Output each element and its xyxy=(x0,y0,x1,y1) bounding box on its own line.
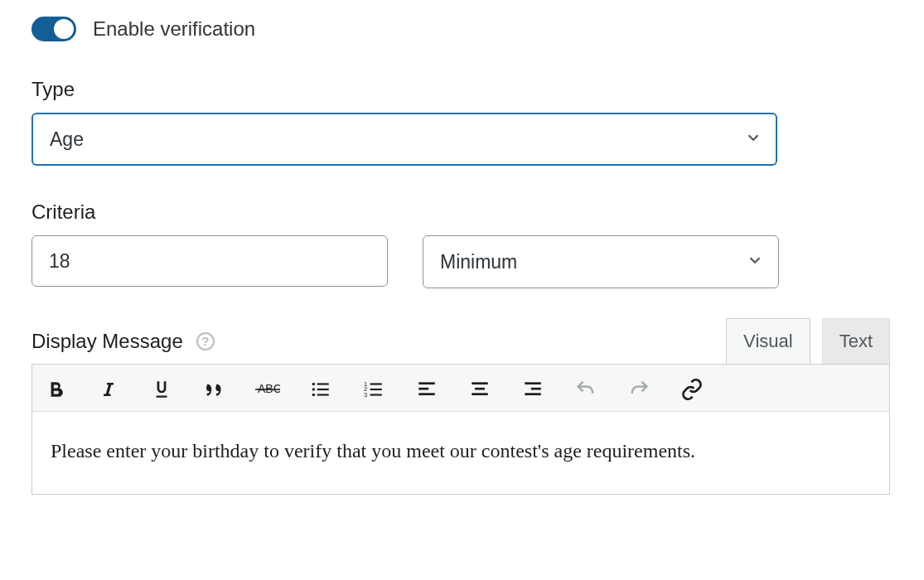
bulleted-list-icon[interactable] xyxy=(306,375,336,404)
svg-rect-11 xyxy=(370,383,382,384)
editor-content[interactable]: Please enter your birthday to verify tha… xyxy=(31,412,890,495)
bold-icon[interactable] xyxy=(41,375,70,404)
svg-point-4 xyxy=(312,394,315,396)
svg-rect-13 xyxy=(370,394,382,395)
svg-rect-21 xyxy=(531,388,541,390)
align-center-icon[interactable] xyxy=(465,375,495,404)
svg-rect-14 xyxy=(418,382,435,384)
svg-rect-18 xyxy=(475,388,485,390)
type-select[interactable]: Age xyxy=(31,113,777,166)
underline-icon[interactable] xyxy=(147,375,177,404)
enable-verification-toggle[interactable] xyxy=(31,17,76,41)
criteria-value-input[interactable] xyxy=(31,235,388,287)
svg-text:3: 3 xyxy=(364,391,367,399)
align-right-icon[interactable] xyxy=(518,375,548,404)
numbered-list-icon[interactable]: 123 xyxy=(359,375,389,404)
undo-icon[interactable] xyxy=(571,375,601,404)
svg-rect-15 xyxy=(418,388,428,390)
svg-rect-20 xyxy=(525,382,541,384)
tab-text[interactable]: Text xyxy=(822,318,890,364)
criteria-mode-value: Minimum xyxy=(440,251,517,273)
help-icon[interactable]: ? xyxy=(196,332,215,350)
type-label: Type xyxy=(31,78,893,101)
svg-rect-12 xyxy=(370,389,382,390)
toggle-knob xyxy=(54,19,74,39)
svg-rect-16 xyxy=(418,393,435,395)
criteria-mode-select[interactable]: Minimum xyxy=(423,235,779,288)
tab-visual[interactable]: Visual xyxy=(726,318,810,364)
criteria-label: Criteria xyxy=(31,201,893,224)
enable-verification-label: Enable verification xyxy=(93,17,255,41)
svg-rect-22 xyxy=(525,393,541,395)
blockquote-icon[interactable] xyxy=(200,375,230,404)
svg-rect-5 xyxy=(317,383,329,384)
align-left-icon[interactable] xyxy=(412,375,442,404)
svg-rect-19 xyxy=(472,393,488,395)
svg-rect-17 xyxy=(472,382,488,384)
type-select-value: Age xyxy=(50,128,84,151)
editor-toolbar: ABC 123 xyxy=(31,364,890,412)
strikethrough-icon[interactable]: ABC xyxy=(253,375,283,404)
italic-icon[interactable] xyxy=(94,375,123,404)
svg-text:ABC: ABC xyxy=(258,382,280,395)
display-message-label: Display Message xyxy=(31,330,183,353)
link-icon[interactable] xyxy=(677,375,707,404)
svg-point-3 xyxy=(312,388,315,390)
svg-rect-7 xyxy=(317,394,329,395)
redo-icon[interactable] xyxy=(624,375,654,404)
svg-rect-6 xyxy=(317,389,329,390)
svg-point-2 xyxy=(312,383,315,385)
